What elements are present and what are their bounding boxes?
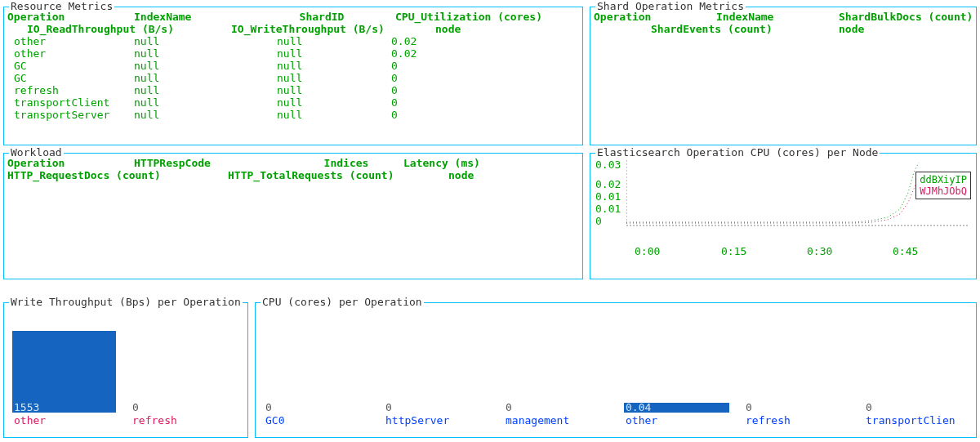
bar-value: 0	[132, 401, 139, 413]
col-io-read: IO_ReadThroughput (B/s)	[27, 23, 231, 35]
panel-title: CPU (cores) per Operation	[261, 296, 424, 308]
cell-shard: null	[277, 84, 391, 96]
bar-value: 0.04	[626, 401, 651, 413]
bar-category: other	[626, 414, 657, 426]
legend-item: ddBXiyIP	[920, 174, 967, 185]
col-totalreq: HTTP_TotalRequests (count)	[228, 169, 448, 181]
table-row: GCnullnull0	[7, 60, 559, 72]
table-row: othernullnull0.02	[7, 35, 559, 47]
panel-title: Elasticsearch Operation CPU (cores) per …	[595, 146, 880, 158]
xtick: 0:45	[893, 245, 918, 257]
cell-shard: null	[277, 96, 391, 109]
cell-idx: null	[134, 35, 277, 47]
panel-resource-metrics: Resource Metrics Operation IndexName Sha…	[3, 7, 583, 145]
ytick: 0.02	[595, 178, 621, 190]
cell-shard: null	[277, 109, 391, 121]
xtick: 0:15	[721, 245, 746, 257]
bar-value: 1553	[14, 401, 39, 413]
col-node: node	[435, 23, 461, 35]
xtick: 0:00	[635, 245, 660, 257]
table-row: transportClientnullnull0	[7, 96, 559, 109]
bar-value: 0	[866, 401, 872, 413]
ytick: 0.01	[595, 203, 621, 215]
col-shardbulk: ShardBulkDocs (count)	[839, 11, 973, 23]
bar-value: 0	[506, 401, 512, 413]
panel-workload: Workload Operation HTTPRespCode Indices …	[3, 153, 583, 279]
col-operation: Operation	[7, 157, 134, 169]
cell-cpu: 0	[391, 84, 398, 96]
bar-value: 0	[746, 401, 752, 413]
cell-idx: null	[134, 84, 277, 96]
cell-shard: null	[277, 60, 391, 72]
cell-op: transportClient	[14, 96, 134, 109]
panel-write-throughput: Write Throughput (Bps) per Operation 155…	[3, 302, 248, 438]
xtick: 0:30	[807, 245, 832, 257]
cell-shard: null	[277, 47, 391, 60]
col-shardid: ShardID	[265, 11, 379, 23]
bar-category: refresh	[746, 414, 791, 426]
col-io-write: IO_WriteThroughput (B/s)	[231, 23, 435, 35]
cell-op: refresh	[14, 84, 134, 96]
chart-legend: ddBXiyIP WJMhJObQ	[915, 172, 971, 199]
col-latency: Latency (ms)	[403, 157, 480, 169]
col-operation: Operation	[7, 11, 134, 23]
cell-op: GC	[14, 60, 134, 72]
bar-category: management	[506, 414, 569, 426]
cell-shard: null	[277, 72, 391, 84]
panel-cpu-per-op: CPU (cores) per Operation 0GC00httpServe…	[255, 302, 977, 438]
cell-cpu: 0.02	[391, 35, 416, 47]
table-row: transportServernullnull0	[7, 109, 559, 121]
panel-title: Write Throughput (Bps) per Operation	[9, 296, 243, 308]
table-row: GCnullnull0	[7, 72, 559, 84]
bar-category: transportClien	[866, 414, 956, 426]
bar	[12, 331, 116, 413]
cell-idx: null	[134, 60, 277, 72]
ytick: 0.03	[595, 158, 621, 171]
cell-op: other	[14, 35, 134, 47]
cell-op: other	[14, 47, 134, 60]
cell-cpu: 0	[391, 60, 398, 72]
col-shardevents: ShardEvents (count)	[651, 23, 839, 35]
col-node: node	[448, 169, 474, 181]
table-row: refreshnullnull0	[7, 84, 559, 96]
cell-op: transportServer	[14, 109, 134, 121]
cell-shard: null	[277, 35, 391, 47]
cell-op: GC	[14, 72, 134, 84]
bar-value: 0	[265, 401, 272, 413]
table-row: othernullnull0.02	[7, 47, 559, 60]
col-indices: Indices	[289, 157, 403, 169]
bar-category: other	[14, 414, 46, 426]
cell-cpu: 0.02	[391, 47, 416, 60]
cell-idx: null	[134, 96, 277, 109]
bar-category: refresh	[132, 414, 177, 426]
col-operation: Operation	[594, 11, 716, 23]
cell-cpu: 0	[391, 72, 398, 84]
bar-category: httpServer	[385, 414, 449, 426]
cell-cpu: 0	[391, 109, 398, 121]
ytick: 0.01	[595, 190, 621, 203]
col-node: node	[839, 23, 864, 35]
legend-item: WJMhJObQ	[920, 185, 967, 197]
bar-value: 0	[385, 401, 392, 413]
col-reqdocs: HTTP_RequestDocs (count)	[7, 169, 228, 181]
col-indexname: IndexName	[134, 11, 265, 23]
cell-idx: null	[134, 109, 277, 121]
col-cpu: CPU_Utilization (cores)	[379, 11, 559, 23]
cell-idx: null	[134, 72, 277, 84]
panel-cpu-per-node: Elasticsearch Operation CPU (cores) per …	[590, 153, 977, 279]
cell-idx: null	[134, 47, 277, 60]
panel-shard-metrics: Shard Operation Metrics Operation IndexN…	[590, 7, 977, 145]
bar-category: GC0	[265, 414, 284, 426]
col-httpresp: HTTPRespCode	[134, 157, 289, 169]
ytick: 0	[595, 215, 602, 227]
cell-cpu: 0	[391, 96, 398, 109]
col-indexname: IndexName	[716, 11, 839, 23]
